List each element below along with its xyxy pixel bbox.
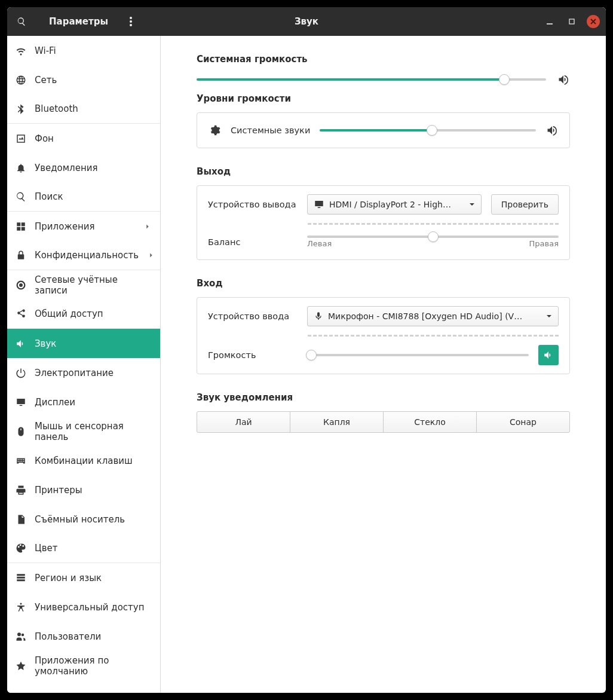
input-volume-label: Громкость xyxy=(208,350,298,360)
sidebar-item-bell[interactable]: Уведомления xyxy=(7,153,160,182)
sidebar-item-media[interactable]: Съёмный носитель xyxy=(7,505,160,534)
page-title: Звук xyxy=(295,16,318,27)
sidebar-item-color[interactable]: Цвет xyxy=(7,534,160,563)
search-icon xyxy=(17,17,26,26)
titlebar: Параметры Звук xyxy=(7,7,606,36)
close-icon xyxy=(590,19,596,25)
sidebar-item-target[interactable]: Сетевые учётные записи xyxy=(7,270,160,299)
svg-point-0 xyxy=(130,17,132,19)
svg-rect-4 xyxy=(569,19,574,24)
output-device-select[interactable]: HDMI / DisplayPort 2 - High… xyxy=(307,194,482,215)
sidebar-item-power[interactable]: Электропитание xyxy=(7,358,160,387)
system-sounds-row: Системные звуки xyxy=(197,113,569,148)
speaker-icon xyxy=(543,350,554,360)
sidebar: Wi-FiСетьBluetoothФонУведомленияПоискПри… xyxy=(7,36,161,693)
sidebar-item-users[interactable]: Пользователи xyxy=(7,622,160,651)
input-device-row: Устройство ввода Микрофон - CMI8788 [Oxy… xyxy=(197,298,569,335)
system-volume-slider[interactable] xyxy=(197,74,546,85)
input-volume-row: Громкость xyxy=(197,337,569,374)
sidebar-item-access[interactable]: Универсальный доступ xyxy=(7,592,160,622)
sidebar-item-label: Съёмный носитель xyxy=(35,514,152,525)
sidebar-item-label: Общий доступ xyxy=(35,308,152,319)
sidebar-item-label: Фон xyxy=(35,133,152,144)
sidebar-item-privacy[interactable]: Конфиденциальность xyxy=(7,241,160,270)
balance-row: Баланс Левая Правая xyxy=(197,225,569,259)
levels-title: Уровни громкости xyxy=(197,93,570,104)
balance-label: Баланс xyxy=(208,237,298,247)
input-mute-button[interactable] xyxy=(538,345,559,365)
mouse-icon xyxy=(16,426,26,437)
content-area: Системная громкость Уровни громкости xyxy=(161,36,606,693)
minimize-button[interactable] xyxy=(544,15,557,28)
alert-sound-option[interactable]: Стекло xyxy=(383,412,476,432)
sidebar-item-display[interactable]: Дисплеи xyxy=(7,387,160,417)
maximize-button[interactable] xyxy=(565,15,578,28)
power-icon xyxy=(16,368,26,378)
levels-card: Системные звуки xyxy=(197,112,570,148)
sidebar-item-wallpaper[interactable]: Фон xyxy=(7,124,160,153)
wallpaper-icon xyxy=(16,133,26,144)
sidebar-item-label: Поиск xyxy=(35,191,152,202)
output-device-row: Устройство вывода HDMI / DisplayPort 2 -… xyxy=(197,186,569,223)
minimize-icon xyxy=(547,18,554,25)
sidebar-item-grid[interactable]: Приложения xyxy=(7,212,160,241)
sidebar-item-label: Электропитание xyxy=(35,368,152,378)
sidebar-item-search[interactable]: Поиск xyxy=(7,182,160,212)
speaker-icon xyxy=(545,124,559,137)
test-output-button[interactable]: Проверить xyxy=(491,194,559,215)
sidebar-item-share[interactable]: Общий доступ xyxy=(7,299,160,329)
sidebar-item-bluetooth[interactable]: Bluetooth xyxy=(7,94,160,124)
kebab-icon xyxy=(130,17,132,26)
chevron-down-icon xyxy=(469,200,475,209)
sidebar-item-star[interactable]: Приложения по умолчанию xyxy=(7,651,160,680)
hamburger-menu-button[interactable] xyxy=(121,7,140,36)
sidebar-item-region[interactable]: Регион и язык xyxy=(7,563,160,592)
system-volume-title: Системная громкость xyxy=(197,54,570,65)
balance-control: Левая Правая xyxy=(307,237,559,248)
system-sounds-slider[interactable] xyxy=(320,124,536,136)
close-button[interactable] xyxy=(587,15,600,28)
sidebar-item-label: Уведомления xyxy=(35,163,152,173)
color-icon xyxy=(16,543,26,554)
balance-right-label: Правая xyxy=(529,239,559,248)
alert-sound-option[interactable]: Лай xyxy=(197,412,290,432)
sidebar-item-keyboard[interactable]: Комбинации клавиш xyxy=(7,446,160,475)
bluetooth-icon xyxy=(16,103,26,114)
printer-icon xyxy=(16,485,26,496)
star-icon xyxy=(16,661,26,671)
input-title: Вход xyxy=(197,278,570,289)
alert-sound-option[interactable]: Сонар xyxy=(476,412,569,432)
sidebar-item-globe[interactable]: Сеть xyxy=(7,65,160,94)
section-output: Выход Устройство вывода HDMI / DisplayPo… xyxy=(197,166,570,260)
grid-icon xyxy=(16,221,26,232)
input-device-label: Устройство ввода xyxy=(208,311,298,321)
sidebar-item-mouse[interactable]: Мышь и сенсорная панель xyxy=(7,417,160,446)
input-volume-slider[interactable] xyxy=(307,349,529,361)
sidebar-item-sound[interactable]: Звук xyxy=(7,329,160,358)
search-button[interactable] xyxy=(7,7,36,36)
input-device-select[interactable]: Микрофон - CMI8788 [Oxygen HD Audio] (V… xyxy=(307,306,559,326)
microphone-icon xyxy=(314,311,323,321)
sidebar-item-label: Универсальный доступ xyxy=(35,602,152,613)
search-icon xyxy=(16,191,26,202)
svg-rect-3 xyxy=(547,23,553,25)
gear-icon xyxy=(208,124,221,137)
sidebar-item-label: Цвет xyxy=(35,543,152,554)
sidebar-item-label: Дисплеи xyxy=(35,397,152,408)
svg-point-2 xyxy=(130,24,132,26)
output-title: Выход xyxy=(197,166,570,177)
display-icon xyxy=(16,397,26,408)
system-volume-row xyxy=(197,73,570,86)
sidebar-item-printer[interactable]: Принтеры xyxy=(7,475,160,505)
sidebar-item-label: Bluetooth xyxy=(35,103,152,114)
output-device-label: Устройство вывода xyxy=(208,200,298,209)
sidebar-item-label: Мышь и сенсорная панель xyxy=(35,421,152,442)
sound-icon xyxy=(16,338,26,349)
keyboard-icon xyxy=(16,456,26,466)
sidebar-item-label: Пользователи xyxy=(35,631,152,642)
sidebar-item-label: Сетевые учётные записи xyxy=(35,274,152,296)
alert-sound-option[interactable]: Капля xyxy=(290,412,383,432)
sidebar-item-wifi[interactable]: Wi-Fi xyxy=(7,36,160,65)
chevron-right-icon xyxy=(143,222,152,231)
system-sounds-label: Системные звуки xyxy=(231,126,310,135)
